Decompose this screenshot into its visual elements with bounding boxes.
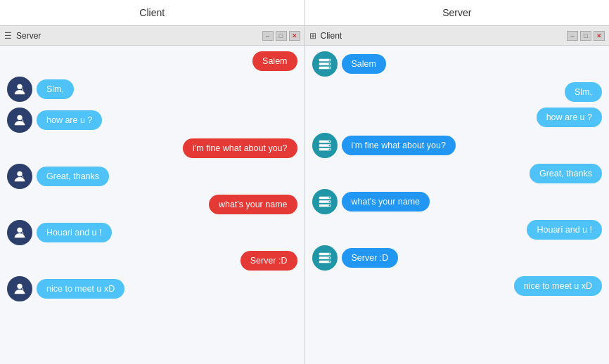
message-bubble: Slm,: [37, 79, 74, 99]
server-titlebar-icon: ⊞: [309, 31, 316, 41]
message-bubble: Salem: [342, 54, 386, 74]
message-row: Great, thanks: [7, 164, 297, 189]
message-bubble: nice to meet u xD: [37, 279, 124, 299]
message-row: Houari and u !: [312, 220, 603, 240]
client-column-header: Client: [0, 0, 305, 25]
server-avatar: [312, 133, 338, 158]
person-avatar: [7, 77, 32, 102]
message-bubble: nice to meet u xD: [514, 276, 602, 296]
svg-point-4: [17, 171, 22, 176]
person-avatar: [7, 220, 32, 245]
message-row: nice to meet u xD: [312, 276, 603, 296]
client-panel: ☰ Server – □ ✕ Salem Slm, how are u ?i'm…: [0, 26, 305, 364]
person-avatar: [7, 276, 32, 301]
message-bubble: Server :D: [342, 248, 399, 268]
svg-point-2: [17, 115, 22, 120]
svg-point-15: [328, 67, 330, 69]
columns-header: Client Server: [0, 0, 609, 26]
server-avatar: [312, 51, 338, 77]
server-close-btn[interactable]: ✕: [594, 31, 605, 41]
message-bubble: what's your name: [342, 192, 430, 212]
message-bubble: how are u ?: [37, 110, 102, 130]
server-column-header: Server: [305, 0, 610, 25]
person-avatar: [7, 108, 32, 133]
svg-point-19: [328, 141, 330, 143]
message-row: Salem: [312, 51, 603, 77]
server-maximize-btn[interactable]: □: [580, 31, 591, 41]
svg-point-25: [328, 197, 330, 199]
svg-point-33: [328, 261, 330, 263]
message-bubble: Houari and u !: [527, 220, 602, 240]
client-minimize-btn[interactable]: –: [262, 31, 274, 41]
server-titlebar-text: Client: [321, 31, 342, 41]
message-bubble: i'm fine what about you?: [342, 136, 456, 155]
message-row: Slm,: [312, 82, 603, 102]
server-titlebar-left: ⊞ Client: [309, 31, 342, 41]
server-titlebar: ⊞ Client – □ ✕: [305, 26, 610, 46]
client-close-btn[interactable]: ✕: [289, 31, 300, 41]
client-chat-area: Salem Slm, how are u ?i'm fine what abou…: [0, 46, 304, 364]
message-bubble: Houari and u !: [37, 223, 112, 242]
message-row: Houari and u !: [7, 220, 297, 245]
message-bubble: Slm,: [565, 82, 602, 102]
message-row: i'm fine what about you?: [312, 133, 603, 158]
message-row: i'm fine what about you?: [7, 138, 297, 158]
message-row: Server :D: [7, 251, 297, 271]
client-titlebar: ☰ Server – □ ✕: [0, 26, 304, 46]
message-bubble: Salem: [252, 51, 297, 71]
svg-point-27: [328, 205, 330, 207]
svg-point-6: [17, 228, 22, 233]
svg-point-0: [17, 84, 22, 89]
server-panel: ⊞ Client – □ ✕ SalemSlm,how are u ? i'm …: [305, 26, 610, 364]
svg-point-21: [328, 149, 330, 150]
server-avatar: [312, 189, 338, 214]
message-row: how are u ?: [312, 108, 603, 127]
client-titlebar-controls: – □ ✕: [262, 31, 300, 41]
svg-point-14: [328, 63, 330, 65]
message-row: how are u ?: [7, 108, 297, 133]
server-chat-area: SalemSlm,how are u ? i'm fine what about…: [305, 46, 610, 364]
message-bubble: Great, thanks: [37, 167, 109, 186]
message-bubble: what's your name: [209, 195, 297, 214]
svg-point-8: [17, 284, 22, 289]
message-bubble: how are u ?: [537, 108, 602, 127]
svg-point-31: [328, 254, 330, 255]
server-avatar: [312, 245, 338, 271]
svg-point-32: [328, 257, 330, 259]
message-row: Salem: [7, 51, 297, 71]
client-titlebar-left: ☰ Server: [4, 31, 41, 41]
message-row: what's your name: [7, 195, 297, 214]
message-row: nice to meet u xD: [7, 276, 297, 301]
message-row: what's your name: [312, 189, 603, 214]
person-avatar: [7, 164, 32, 189]
columns-body: ☰ Server – □ ✕ Salem Slm, how are u ?i'm…: [0, 26, 609, 364]
client-titlebar-icon: ☰: [4, 31, 12, 41]
server-titlebar-controls: – □ ✕: [567, 31, 605, 41]
message-row: Great, thanks: [312, 164, 603, 183]
client-titlebar-text: Server: [16, 31, 41, 41]
svg-point-13: [328, 60, 330, 61]
message-row: Slm,: [7, 77, 297, 102]
message-bubble: Server :D: [241, 251, 297, 271]
server-minimize-btn[interactable]: –: [567, 31, 578, 41]
message-bubble: Great, thanks: [530, 164, 602, 183]
svg-point-26: [328, 201, 330, 202]
client-maximize-btn[interactable]: □: [276, 31, 287, 41]
message-row: Server :D: [312, 245, 603, 271]
message-bubble: i'm fine what about you?: [183, 138, 297, 158]
svg-point-20: [328, 145, 330, 146]
